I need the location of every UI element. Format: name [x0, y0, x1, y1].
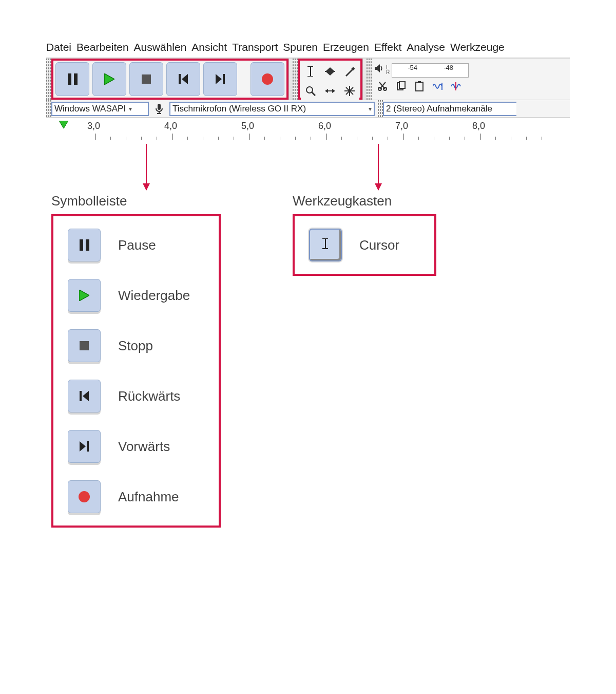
legend-label: Rückwärts [118, 388, 180, 404]
stop-button[interactable] [129, 62, 163, 96]
trim-button[interactable] [429, 78, 447, 95]
legend-label: Aufnahme [118, 489, 179, 505]
pause-button[interactable] [55, 62, 89, 96]
silence-button[interactable] [448, 78, 465, 95]
pause-icon [68, 229, 101, 261]
play-icon [68, 279, 101, 312]
draw-tool[interactable] [340, 62, 359, 81]
playback-meter[interactable]: LR -54 -48 [374, 63, 469, 78]
legend-label: Cursor [359, 237, 399, 253]
extra-toolbar: LR -54 -48 [372, 59, 471, 100]
skip-forward-icon [68, 430, 101, 463]
ruler-tick-label: 7,0 [395, 121, 408, 132]
skip-back-button[interactable] [166, 62, 200, 96]
record-icon [68, 480, 101, 513]
record-button[interactable] [251, 62, 284, 96]
playhead-icon[interactable] [59, 121, 68, 128]
legend-title: Symbolleiste [51, 193, 221, 209]
toolbar-grip[interactable] [378, 100, 383, 118]
legend-item-fwd: Vorwärts [68, 430, 204, 463]
skip-forward-button[interactable] [203, 62, 237, 96]
cursor-icon [309, 229, 342, 261]
audio-host-dropdown[interactable]: Windows WASAPI▾ [51, 102, 149, 116]
menu-analyse[interactable]: Analyse [407, 41, 445, 53]
meter-channels: LR [386, 63, 390, 74]
tools-toolbar [298, 59, 362, 100]
ruler-tick-label: 6,0 [318, 121, 331, 132]
toolbar-grip[interactable] [46, 59, 51, 100]
recording-channels-dropdown[interactable]: 2 (Stereo) Aufnahmekanäle [383, 102, 516, 116]
legend-transport: Symbolleiste Pause Wiedergabe Stopp Rück… [51, 193, 221, 528]
legend-title: Werkzeugkasten [293, 193, 436, 209]
legend-label: Wiedergabe [118, 288, 190, 304]
dropdown-value: 2 (Stereo) Aufnahmekanäle [386, 104, 492, 114]
chevron-down-icon: ▾ [369, 105, 372, 112]
menu-erzeugen[interactable]: Erzeugen [323, 41, 369, 53]
toolbar-grip[interactable] [367, 59, 372, 100]
legend-tools: Werkzeugkasten Cursor [293, 193, 436, 276]
menu-effekt[interactable]: Effekt [374, 41, 401, 53]
timeline-ruler[interactable]: 3,0 4,0 5,0 6,0 7,0 8,0 [46, 117, 570, 140]
menu-auswaehlen[interactable]: Auswählen [134, 41, 187, 53]
speaker-icon [374, 63, 384, 73]
menu-transport[interactable]: Transport [232, 41, 278, 53]
legend-label: Stopp [118, 338, 153, 354]
skip-back-icon [68, 380, 101, 412]
edit-toolbar [374, 78, 469, 95]
timeshift-tool[interactable] [320, 81, 340, 101]
legend-box: Cursor [293, 214, 436, 276]
copy-button[interactable] [392, 78, 410, 95]
chevron-down-icon: ▾ [129, 105, 132, 112]
legend-box: Pause Wiedergabe Stopp Rückwärts Vorwärt… [51, 214, 221, 528]
dropdown-value: Windows WASAPI [54, 104, 126, 114]
zoom-tool[interactable] [301, 81, 320, 101]
menubar: Datei Bearbeiten Auswählen Ansicht Trans… [46, 41, 570, 58]
envelope-tool[interactable] [320, 62, 340, 81]
legend-item-stop: Stopp [68, 329, 204, 362]
callout-arrow [378, 144, 379, 190]
selection-tool[interactable] [301, 62, 320, 81]
ruler-tick-label: 5,0 [241, 121, 254, 132]
audacity-window: Datei Bearbeiten Auswählen Ansicht Trans… [46, 41, 570, 140]
toolbar-row: LR -54 -48 [46, 58, 570, 100]
legend-item-cursor: Cursor [309, 229, 420, 261]
legend-item-rec: Aufnahme [68, 480, 204, 513]
recording-device-dropdown[interactable]: Tischmikrofon (Wireless GO II RX)▾ [169, 102, 375, 116]
menu-ansicht[interactable]: Ansicht [191, 41, 227, 53]
legend-label: Vorwärts [118, 439, 170, 455]
menu-datei[interactable]: Datei [46, 41, 71, 53]
toolbar-grip[interactable] [46, 100, 51, 118]
multi-tool[interactable] [340, 81, 359, 101]
ruler-tick-label: 3,0 [87, 121, 100, 132]
meter-scale: -54 -48 [392, 63, 469, 78]
legend-item-back: Rückwärts [68, 380, 204, 412]
mic-icon [149, 103, 169, 115]
ruler-tick-label: 8,0 [472, 121, 485, 132]
dropdown-value: Tischmikrofon (Wireless GO II RX) [172, 104, 306, 114]
stop-icon [68, 329, 101, 362]
device-toolbar: Windows WASAPI▾ Tischmikrofon (Wireless … [46, 100, 570, 117]
ruler-tick-label: 4,0 [164, 121, 177, 132]
paste-button[interactable] [411, 78, 428, 95]
cut-button[interactable] [374, 78, 391, 95]
legend-item-pause: Pause [68, 229, 204, 261]
toolbar-grip[interactable] [293, 59, 298, 100]
play-button[interactable] [92, 62, 126, 96]
separator [362, 59, 367, 100]
transport-toolbar [51, 59, 288, 100]
separator [288, 59, 293, 100]
menu-bearbeiten[interactable]: Bearbeiten [76, 41, 129, 53]
menu-werkzeuge[interactable]: Werkzeuge [450, 41, 505, 53]
menu-spuren[interactable]: Spuren [283, 41, 318, 53]
legend-item-play: Wiedergabe [68, 279, 204, 312]
callout-arrow [146, 144, 147, 190]
legend-label: Pause [118, 237, 156, 253]
